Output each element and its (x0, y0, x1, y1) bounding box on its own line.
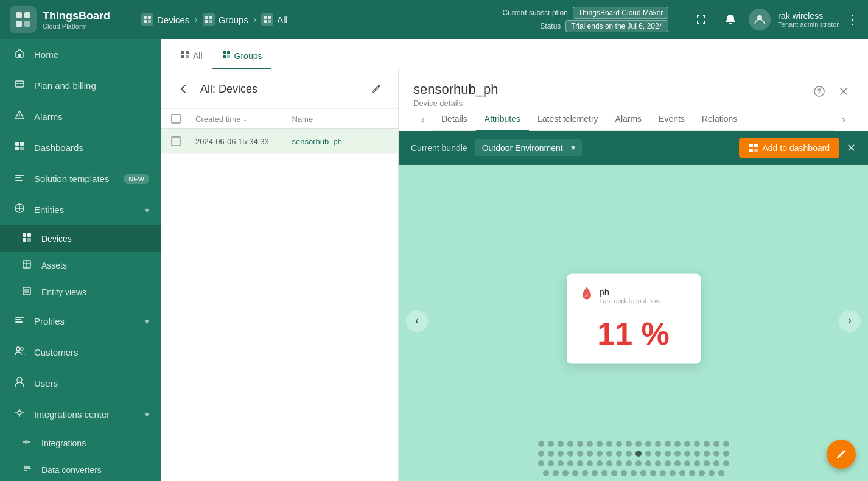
notifications-button[interactable] (719, 9, 741, 30)
dot[interactable] (723, 460, 729, 466)
dot[interactable] (709, 470, 715, 476)
dot[interactable] (723, 451, 729, 457)
close-detail-button[interactable] (834, 82, 853, 101)
dot[interactable] (587, 441, 593, 447)
sidebar-item-entities[interactable]: Entities ▾ (0, 194, 161, 225)
dot[interactable] (558, 451, 564, 457)
dot[interactable] (606, 441, 612, 447)
breadcrumb-groups[interactable]: Groups (203, 13, 248, 26)
dot[interactable] (694, 441, 700, 447)
dot[interactable] (582, 470, 588, 476)
dot[interactable] (587, 451, 593, 457)
back-button[interactable] (173, 79, 193, 99)
tab-latest-telemetry[interactable]: Latest telemetry (529, 108, 607, 131)
bundle-select[interactable]: Outdoor Environment (475, 139, 582, 156)
dot[interactable] (660, 470, 666, 476)
sidebar-item-solution[interactable]: Solution templates NEW (0, 163, 161, 194)
breadcrumb-devices[interactable]: Devices (141, 13, 189, 26)
dot[interactable] (558, 460, 564, 466)
dot[interactable] (718, 470, 724, 476)
tab-all[interactable]: All (171, 43, 212, 69)
dot[interactable] (723, 441, 729, 447)
dot[interactable] (597, 441, 603, 447)
list-edit-button[interactable] (366, 79, 386, 99)
dot[interactable] (645, 451, 651, 457)
dot[interactable] (650, 470, 656, 476)
table-row[interactable]: 2024-06-06 15:34:33 sensorhub_ph (161, 129, 398, 154)
dot[interactable] (631, 470, 637, 476)
tab-details[interactable]: Details (433, 108, 476, 131)
dot[interactable] (592, 470, 598, 476)
dot[interactable] (689, 470, 695, 476)
dot[interactable] (577, 451, 583, 457)
dot[interactable] (674, 451, 681, 457)
dot[interactable] (601, 470, 607, 476)
dot[interactable] (567, 451, 573, 457)
dot-active[interactable] (635, 451, 642, 457)
row-checkbox[interactable] (171, 136, 181, 146)
dot[interactable] (538, 460, 544, 466)
dot[interactable] (611, 470, 617, 476)
bundle-close-button[interactable]: ✕ (847, 141, 856, 155)
tab-relations[interactable]: Relations (693, 108, 746, 131)
dot[interactable] (674, 441, 681, 447)
dot[interactable] (655, 451, 661, 457)
dot[interactable] (548, 460, 554, 466)
dot[interactable] (626, 460, 632, 466)
row-check[interactable] (171, 136, 195, 146)
sidebar-item-home[interactable]: Home (0, 39, 161, 70)
user-avatar[interactable] (749, 9, 771, 30)
dot[interactable] (655, 460, 661, 466)
dot[interactable] (543, 470, 549, 476)
dot[interactable] (621, 470, 627, 476)
dot[interactable] (635, 460, 642, 466)
dot[interactable] (699, 470, 705, 476)
header-check[interactable] (171, 114, 195, 124)
dot[interactable] (567, 460, 573, 466)
dot[interactable] (548, 441, 554, 447)
sidebar-item-customers[interactable]: Customers (0, 337, 161, 368)
sidebar-sub-item-assets[interactable]: Assets (0, 252, 161, 279)
sidebar-item-users[interactable]: Users (0, 368, 161, 399)
dot[interactable] (645, 441, 651, 447)
dot[interactable] (597, 451, 603, 457)
dot[interactable] (655, 441, 661, 447)
carousel-prev-button[interactable]: ‹ (406, 310, 428, 332)
dot[interactable] (538, 451, 544, 457)
dot[interactable] (538, 441, 544, 447)
dot[interactable] (553, 470, 559, 476)
dot[interactable] (635, 441, 642, 447)
dot[interactable] (674, 460, 681, 466)
dot[interactable] (597, 460, 603, 466)
dot[interactable] (713, 460, 719, 466)
nav-more-button[interactable]: ⋮ (846, 12, 858, 27)
dot[interactable] (558, 441, 564, 447)
dot[interactable] (567, 441, 573, 447)
sidebar-item-dashboards[interactable]: Dashboards (0, 132, 161, 163)
carousel-next-button[interactable]: › (839, 310, 861, 332)
sidebar-item-alarms[interactable]: Alarms (0, 101, 161, 132)
breadcrumb-all[interactable]: All (261, 13, 287, 26)
edit-fab-button[interactable] (827, 440, 856, 469)
sidebar-sub-item-entity-views[interactable]: Entity views (0, 279, 161, 306)
dot[interactable] (626, 441, 632, 447)
dot[interactable] (713, 441, 719, 447)
dot[interactable] (694, 451, 700, 457)
dot[interactable] (665, 460, 671, 466)
header-created-time[interactable]: Created time ↓ (195, 114, 292, 124)
tab-alarms[interactable]: Alarms (607, 108, 651, 131)
dot[interactable] (572, 470, 578, 476)
dot[interactable] (713, 451, 719, 457)
dot[interactable] (665, 451, 671, 457)
dot[interactable] (694, 460, 700, 466)
sidebar-item-integrations-center[interactable]: Integrations center ▾ (0, 399, 161, 430)
dot[interactable] (616, 460, 622, 466)
sidebar-item-plan[interactable]: Plan and billing (0, 70, 161, 101)
dot[interactable] (645, 460, 651, 466)
tab-events[interactable]: Events (650, 108, 693, 131)
dot[interactable] (606, 460, 612, 466)
tab-attributes[interactable]: Attributes (476, 108, 529, 131)
dot[interactable] (577, 460, 583, 466)
dot[interactable] (684, 451, 690, 457)
dot[interactable] (616, 441, 622, 447)
